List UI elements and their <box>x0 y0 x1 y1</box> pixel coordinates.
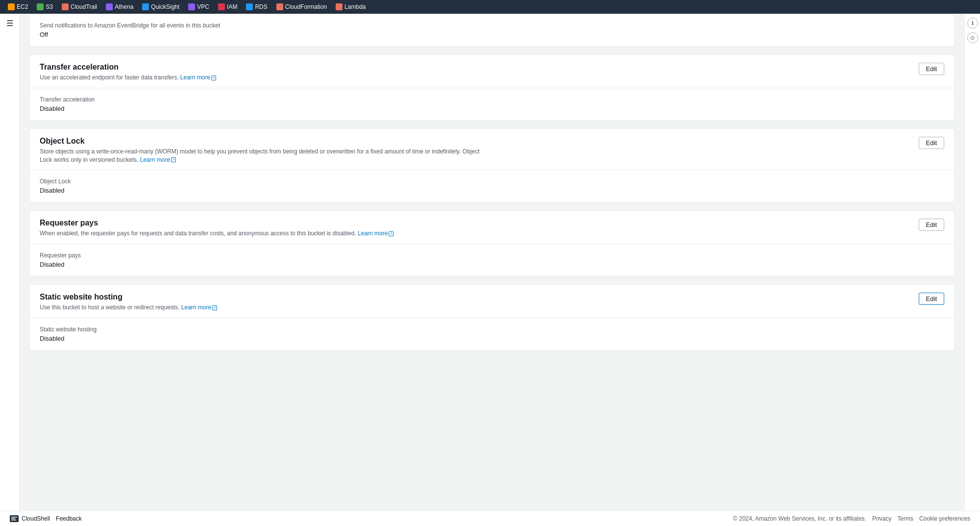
sidebar-panel: ☰ <box>0 14 20 511</box>
quicksight-label: QuickSight <box>151 3 179 10</box>
privacy-link[interactable]: Privacy <box>872 515 891 522</box>
iam-icon <box>218 3 225 10</box>
section-body-requester-pays: Requester paysDisabled <box>30 244 954 276</box>
field-label-transfer-acceleration: Transfer acceleration <box>40 96 944 103</box>
section-description-transfer-acceleration: Use an accelerated endpoint for faster d… <box>40 74 216 82</box>
section-title-requester-pays: Requester pays <box>40 219 393 227</box>
edit-button-static-website-hosting[interactable]: Edit <box>919 293 944 305</box>
learn-more-link-requester-pays[interactable]: Learn more <box>358 230 388 237</box>
section-header-static-website-hosting: Static website hostingUse this bucket to… <box>30 285 954 318</box>
section-description-requester-pays: When enabled, the requester pays for req… <box>40 229 393 238</box>
external-link-icon-requester-pays <box>389 231 393 236</box>
page-footer: CloudShell Feedback © 2024, Amazon Web S… <box>0 511 980 526</box>
cloudshell-button[interactable]: CloudShell <box>10 515 50 522</box>
settings-icon[interactable]: ⊙ <box>967 32 978 43</box>
eventbridge-label: Send notifications to Amazon EventBridge… <box>40 22 944 29</box>
learn-more-link-static-website-hosting[interactable]: Learn more <box>181 304 211 311</box>
learn-more-link-transfer-acceleration[interactable]: Learn more <box>180 74 210 81</box>
nav-service-ec2[interactable]: EC2 <box>4 2 32 11</box>
athena-label: Athena <box>115 3 133 10</box>
section-header-transfer-acceleration: Transfer accelerationUse an accelerated … <box>30 55 954 88</box>
section-description-object-lock: Store objects using a write-once-read-ma… <box>40 148 481 164</box>
nav-service-quicksight[interactable]: QuickSight <box>138 2 183 11</box>
learn-more-link-object-lock[interactable]: Learn more <box>140 156 170 163</box>
section-object-lock: Object LockStore objects using a write-o… <box>29 128 955 203</box>
footer-right: © 2024, Amazon Web Services, Inc. or its… <box>733 515 970 522</box>
field-value-transfer-acceleration: Disabled <box>40 105 944 112</box>
section-static-website-hosting: Static website hostingUse this bucket to… <box>29 284 955 351</box>
nav-service-cloudformation[interactable]: CloudFormation <box>272 2 331 11</box>
ec2-label: EC2 <box>17 3 28 10</box>
svg-rect-2 <box>11 520 16 521</box>
nav-service-s3[interactable]: S3 <box>33 2 57 11</box>
section-header-left-transfer-acceleration: Transfer accelerationUse an accelerated … <box>40 63 216 82</box>
edit-button-object-lock[interactable]: Edit <box>919 137 944 149</box>
sections-container: Transfer accelerationUse an accelerated … <box>29 54 955 351</box>
main-content-area: Send notifications to Amazon EventBridge… <box>20 14 964 511</box>
svg-rect-0 <box>11 517 17 518</box>
cloudtrail-icon <box>62 3 69 10</box>
external-link-icon-static-website-hosting <box>212 305 217 310</box>
hamburger-icon[interactable]: ☰ <box>6 20 13 27</box>
nav-service-cloudtrail[interactable]: CloudTrail <box>58 2 101 11</box>
section-requester-pays: Requester paysWhen enabled, the requeste… <box>29 210 955 276</box>
info-icon[interactable]: ℹ <box>967 18 978 28</box>
eventbridge-value: Off <box>40 31 944 38</box>
nav-service-athena[interactable]: Athena <box>102 2 137 11</box>
quicksight-icon <box>142 3 149 10</box>
top-navigation: EC2S3CloudTrailAthenaQuickSightVPCIAMRDS… <box>0 0 980 14</box>
athena-icon <box>106 3 113 10</box>
nav-service-iam[interactable]: IAM <box>214 2 241 11</box>
main-layout: ☰ Send notifications to Amazon EventBrid… <box>0 14 980 511</box>
section-header-requester-pays: Requester paysWhen enabled, the requeste… <box>30 211 954 244</box>
edit-button-transfer-acceleration[interactable]: Edit <box>919 63 944 75</box>
field-label-requester-pays: Requester pays <box>40 252 944 259</box>
field-value-static-website-hosting: Disabled <box>40 335 944 342</box>
copyright-text: © 2024, Amazon Web Services, Inc. or its… <box>733 515 866 522</box>
terms-link[interactable]: Terms <box>897 515 913 522</box>
cloudshell-label: CloudShell <box>22 515 50 522</box>
section-header-left-object-lock: Object LockStore objects using a write-o… <box>40 137 481 164</box>
feedback-link[interactable]: Feedback <box>56 515 82 522</box>
nav-service-lambda[interactable]: Lambda <box>332 2 369 11</box>
external-link-icon-transfer-acceleration <box>211 75 216 80</box>
section-header-object-lock: Object LockStore objects using a write-o… <box>30 129 954 171</box>
vpc-icon <box>188 3 195 10</box>
lambda-label: Lambda <box>344 3 366 10</box>
external-link-icon-object-lock <box>171 157 176 162</box>
cloudformation-label: CloudFormation <box>285 3 327 10</box>
eventbridge-section: Send notifications to Amazon EventBridge… <box>29 14 955 47</box>
nav-service-rds[interactable]: RDS <box>242 2 271 11</box>
cloudtrail-label: CloudTrail <box>71 3 97 10</box>
footer-left: CloudShell Feedback <box>10 515 82 522</box>
field-value-object-lock: Disabled <box>40 187 944 194</box>
s3-icon <box>37 3 44 10</box>
rds-label: RDS <box>255 3 267 10</box>
cookie-link[interactable]: Cookie preferences <box>919 515 970 522</box>
section-title-transfer-acceleration: Transfer acceleration <box>40 63 216 72</box>
edit-button-requester-pays[interactable]: Edit <box>919 219 944 231</box>
section-body-object-lock: Object LockDisabled <box>30 170 954 202</box>
section-body-transfer-acceleration: Transfer accelerationDisabled <box>30 88 954 120</box>
section-title-object-lock: Object Lock <box>40 137 481 146</box>
lambda-icon <box>336 3 343 10</box>
section-title-static-website-hosting: Static website hosting <box>40 293 217 301</box>
section-description-static-website-hosting: Use this bucket to host a website or red… <box>40 303 217 312</box>
section-header-left-requester-pays: Requester paysWhen enabled, the requeste… <box>40 219 393 238</box>
section-header-left-static-website-hosting: Static website hostingUse this bucket to… <box>40 293 217 312</box>
svg-rect-1 <box>11 518 15 519</box>
s3-label: S3 <box>46 3 53 10</box>
nav-service-vpc[interactable]: VPC <box>184 2 213 11</box>
ec2-icon <box>8 3 15 10</box>
rds-icon <box>246 3 253 10</box>
cloudshell-icon <box>10 515 19 522</box>
vpc-label: VPC <box>197 3 209 10</box>
field-label-object-lock: Object Lock <box>40 178 944 185</box>
iam-label: IAM <box>227 3 237 10</box>
section-body-static-website-hosting: Static website hostingDisabled <box>30 318 954 350</box>
field-label-static-website-hosting: Static website hosting <box>40 326 944 333</box>
field-value-requester-pays: Disabled <box>40 261 944 268</box>
right-panel: ℹ ⊙ <box>964 14 980 511</box>
cloudformation-icon <box>276 3 283 10</box>
section-transfer-acceleration: Transfer accelerationUse an accelerated … <box>29 54 955 121</box>
